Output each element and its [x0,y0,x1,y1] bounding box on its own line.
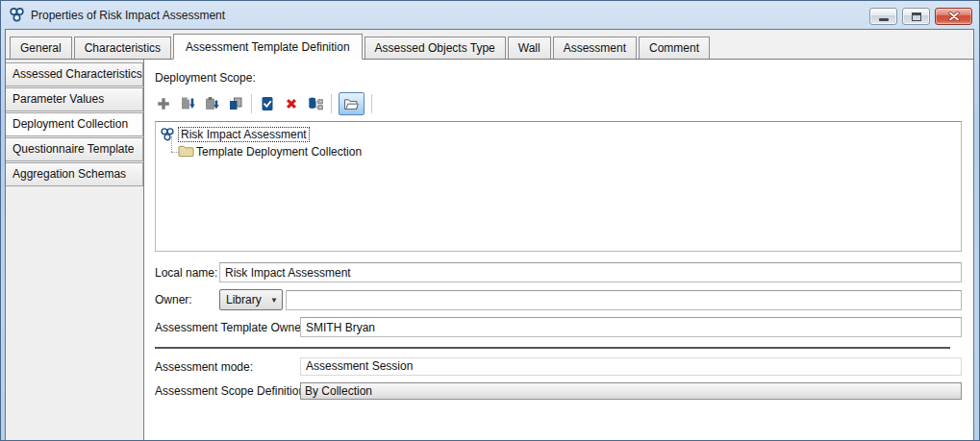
template-owner-input[interactable] [300,317,962,337]
folder-view-button[interactable] [339,92,364,115]
tab-bar: General Characteristics Assessment Templ… [6,30,973,60]
add-icon [156,96,171,111]
delete-button[interactable] [283,95,300,112]
deployment-scope-toolbar [155,92,962,115]
maximize-icon [912,12,921,21]
paste-icon [204,96,220,111]
sidebar-item-aggregation-schemas[interactable]: Aggregation Schemas [6,162,143,186]
owner-input[interactable] [286,290,962,310]
minimize-button[interactable] [869,8,897,25]
titlebar[interactable]: Properties of Risk Impact Assessment [1,1,979,29]
tab-comment[interactable]: Comment [639,37,710,59]
tab-general[interactable]: General [10,37,72,59]
assessment-mode-label: Assessment mode: [155,360,300,374]
assessment-mode-value[interactable]: Assessment Session [300,357,962,376]
window-controls [869,8,972,25]
paste-button[interactable] [203,95,220,112]
delete-icon [284,96,299,111]
window-title: Properties of Risk Impact Assessment [31,9,225,22]
tab-wall[interactable]: Wall [508,37,551,59]
sidebar-item-deployment-collection[interactable]: Deployment Collection [6,112,143,136]
validate-icon [260,96,275,111]
copy-icon [180,96,196,111]
maximize-button[interactable] [902,8,930,25]
collection-structure-button[interactable] [307,95,324,112]
tab-content: Assessed Characteristics Parameter Value… [6,60,973,440]
tab-assessed-objects-type[interactable]: Assessed Objects Type [364,37,506,59]
tree-item-child[interactable]: Template Deployment Collection [165,143,961,160]
chevron-down-icon: ▼ [270,296,278,305]
template-owner-label: Assessment Template Owner: [155,321,300,334]
tab-assessment[interactable]: Assessment [553,37,637,59]
duplicate-button[interactable] [227,95,244,112]
main-panel: Deployment Scope: [144,60,973,440]
local-name-input[interactable] [219,262,962,282]
three-rings-icon [160,127,175,142]
collection-folder-icon [178,144,193,159]
tree-item-label: Template Deployment Collection [196,145,362,159]
sidebar-item-assessed-characteristics[interactable]: Assessed Characteristics [6,62,143,86]
three-rings-icon [9,7,25,23]
folder-view-icon [343,97,360,110]
properties-window: Properties of Risk Impact Assessment Gen… [0,0,980,441]
duplicate-icon [228,96,243,111]
toolbar-separator [331,94,332,113]
sidebar-item-questionnaire-template[interactable]: Questionnaire Template [6,137,143,161]
minimize-icon [879,18,889,21]
scope-definition-label: Assessment Scope Definition: [155,384,300,398]
tree-item-label: Risk Impact Assessment [178,127,310,142]
tab-characteristics[interactable]: Characteristics [74,37,171,59]
copy-button[interactable] [179,95,196,112]
dialog-body: General Characteristics Assessment Templ… [5,29,974,440]
owner-label: Owner: [155,293,219,306]
validate-button[interactable] [259,95,276,112]
section-separator [155,347,950,349]
close-icon [948,12,960,21]
collection-structure-icon [308,96,324,111]
tree-item-root[interactable]: Risk Impact Assessment [160,126,961,143]
toolbar-separator [371,94,372,113]
toolbar-separator [251,94,252,113]
tree-connector [165,143,178,160]
deployment-scope-label: Deployment Scope: [155,71,962,85]
deployment-scope-tree[interactable]: Risk Impact Assessment Template Deployme… [155,121,962,252]
tab-assessment-template-definition[interactable]: Assessment Template Definition [173,34,363,60]
owner-select[interactable]: Library ▼ [219,289,283,310]
scope-definition-value[interactable]: By Collection [300,382,962,400]
add-button[interactable] [155,95,172,112]
sidebar: Assessed Characteristics Parameter Value… [6,60,144,440]
close-button[interactable] [935,8,972,25]
owner-selected-value: Library [226,293,262,306]
sidebar-item-parameter-values[interactable]: Parameter Values [6,87,143,111]
local-name-label: Local name: [155,266,219,280]
